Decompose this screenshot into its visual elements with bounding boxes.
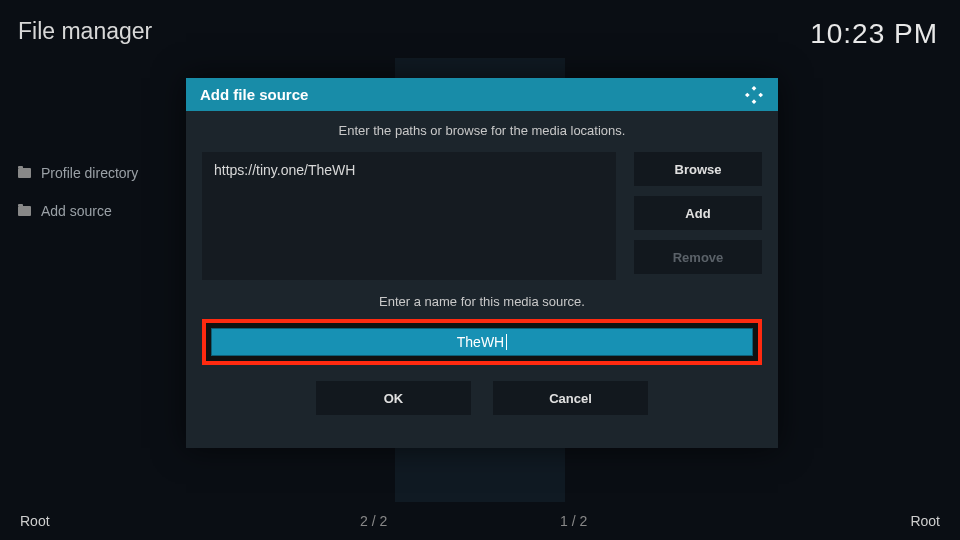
svg-rect-1 (745, 92, 750, 97)
kodi-logo-icon (744, 85, 764, 105)
dialog-actions: OK Cancel (202, 381, 762, 415)
sidebar-item-label: Add source (41, 203, 112, 219)
footer-left-label: Root (20, 513, 360, 529)
pager-right: 1 / 2 (560, 513, 760, 529)
page-title: File manager (18, 18, 152, 45)
remove-button: Remove (634, 240, 762, 274)
sidebar-item-add-source[interactable]: Add source (18, 203, 190, 219)
sidebar-item-label: Profile directory (41, 165, 138, 181)
source-name-input[interactable]: TheWH (211, 328, 753, 356)
dialog-header: Add file source (186, 78, 778, 111)
svg-rect-2 (758, 92, 763, 97)
svg-rect-3 (752, 99, 757, 104)
dialog-title: Add file source (200, 86, 308, 103)
path-value: https://tiny.one/TheWH (214, 162, 604, 178)
add-button[interactable]: Add (634, 196, 762, 230)
footer: Root 2 / 2 1 / 2 Root (0, 502, 960, 540)
sidebar-item-profile-directory[interactable]: Profile directory (18, 165, 190, 181)
svg-rect-0 (752, 85, 757, 90)
browse-button[interactable]: Browse (634, 152, 762, 186)
folder-icon (18, 168, 31, 178)
ok-button[interactable]: OK (316, 381, 471, 415)
side-buttons: Browse Add Remove (634, 152, 762, 280)
dialog-body: Enter the paths or browse for the media … (186, 111, 778, 429)
name-field-highlight: TheWH (202, 319, 762, 365)
sidebar: Profile directory Add source (0, 60, 190, 500)
source-name-value: TheWH (457, 334, 504, 350)
paths-input[interactable]: https://tiny.one/TheWH (202, 152, 616, 280)
cancel-button[interactable]: Cancel (493, 381, 648, 415)
clock: 10:23 PM (810, 18, 938, 50)
app-header: File manager 10:23 PM (0, 0, 960, 60)
add-file-source-dialog: Add file source Enter the paths or brows… (186, 78, 778, 448)
footer-right-label: Root (910, 513, 940, 529)
name-instruction: Enter a name for this media source. (202, 294, 762, 309)
folder-icon (18, 206, 31, 216)
paths-row: https://tiny.one/TheWH Browse Add Remove (202, 152, 762, 280)
text-cursor (506, 334, 507, 350)
pager-left: 2 / 2 (360, 513, 560, 529)
paths-instruction: Enter the paths or browse for the media … (202, 123, 762, 138)
